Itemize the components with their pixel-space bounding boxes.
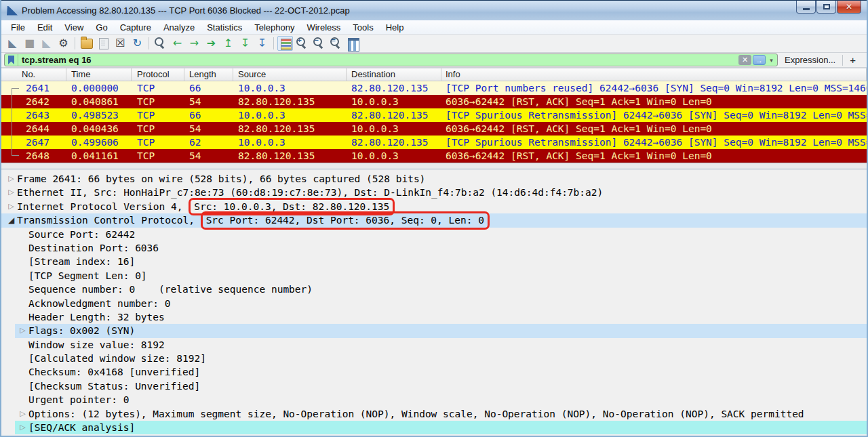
detail-tree-row[interactable]: ◢ Transmission Control Protocol, Src Por… [1,213,867,227]
column-header-source[interactable]: Source [233,68,347,81]
detail-tree-row[interactable]: [Stream index: 16] [1,255,867,268]
detail-tree-row[interactable]: ▷ Flags: 0x002 (SYN) [1,324,867,337]
expander-icon[interactable]: ▷ [17,324,28,337]
resize-columns-icon[interactable] [345,36,361,51]
detail-tree-row[interactable]: ▷ Ethernet II, Src: HonHaiPr_c7:8e:73 (6… [1,186,867,199]
open-file-folder-icon[interactable] [79,36,94,51]
detail-tree-row[interactable]: Urgent pointer: 0 [1,393,867,407]
detail-text: [SEQ/ACK analysis] [28,421,135,434]
packet-row[interactable]: 2641 0.000000 TCP 66 10.0.0.3 82.80.120.… [1,81,867,95]
clear-icon: ✕ [742,56,748,64]
packet-row[interactable]: 2643 0.498523 TCP 66 10.0.0.3 82.80.120.… [1,108,867,122]
expander-icon[interactable]: ▷ [17,407,28,421]
detail-tree-row[interactable]: Window size value: 8192 [1,338,867,352]
maximize-button[interactable] [816,1,836,14]
zoom-normal-sign: = [330,37,336,43]
detail-tree-row[interactable]: [TCP Segment Len: 0] [1,269,867,283]
go-to-bottom-icon[interactable]: ↧ [237,36,253,51]
expander-icon[interactable]: ◢ [5,213,17,227]
column-header-length[interactable]: Length [184,68,233,81]
go-back-icon[interactable]: ← [170,36,185,51]
go-to-top-icon[interactable]: ↥ [220,36,236,51]
detail-tree-row[interactable]: [Calculated window size: 8192] [1,352,867,365]
menu-statistics[interactable]: Statistics [201,21,248,34]
go-forward-icon[interactable]: → [186,36,202,51]
detail-tree-row[interactable]: ▷ [SEQ/ACK analysis] [1,421,867,434]
menu-file[interactable]: File [5,21,31,34]
expander-icon[interactable]: ▷ [5,186,17,199]
auto-scroll-icon[interactable]: ↧ [254,36,270,51]
detail-text: Frame 2641: 66 bytes on wire (528 bits),… [17,172,425,186]
detail-tree-row[interactable]: Destination Port: 6036 [1,241,867,255]
start-capture-icon[interactable]: ◣ [5,36,20,51]
detail-text: Urgent pointer: 0 [28,393,129,407]
close-file-icon[interactable]: ☒ [113,36,128,51]
detail-tree-row[interactable]: Sequence number: 0 (relative sequence nu… [1,283,867,296]
tree-indent [1,338,15,352]
detail-tree-row[interactable]: Header Length: 32 bytes [1,310,867,324]
restart-capture-icon[interactable]: ◣ [39,36,54,51]
expander-icon[interactable]: ▷ [17,421,28,434]
detail-tree-row[interactable]: [Checksum Status: Unverified] [1,379,867,393]
detail-tree-row[interactable]: Acknowledgment number: 0 [1,297,867,310]
menu-go[interactable]: Go [90,21,113,34]
detail-tree-row[interactable]: ▷ Options: (12 bytes), Maximum segment s… [1,407,867,421]
pane-splitter[interactable] [1,163,867,169]
packet-source: 82.80.120.135 [233,122,347,136]
colorize-packets-icon[interactable] [277,36,293,51]
packet-row[interactable]: 2644 0.040436 TCP 54 82.80.120.135 10.0.… [1,122,867,136]
menu-capture[interactable]: Capture [114,21,157,34]
menu-telephony[interactable]: Telephony [248,21,300,34]
packet-row[interactable]: 2647 0.499606 TCP 62 10.0.0.3 82.80.120.… [1,136,867,149]
add-filter-button[interactable]: + [843,54,863,66]
filter-clear-button[interactable]: ✕ [738,55,751,65]
menu-help[interactable]: Help [380,21,410,34]
filter-history-dropdown[interactable]: ▾ [767,55,776,65]
detail-text-prefix: Transmission Control Protocol, [17,215,201,226]
close-button[interactable]: ✕ [837,1,861,14]
column-header-info[interactable]: Info [441,68,867,81]
display-filter-field[interactable]: ✕ → ▾ [4,54,778,66]
detail-text: Transmission Control Protocol, Src Port:… [17,213,490,227]
packet-row[interactable]: 2648 0.041161 TCP 54 82.80.120.135 10.0.… [1,149,867,163]
tree-indent [1,352,15,365]
column-header-protocol[interactable]: Protocol [132,68,184,81]
detail-tree-row[interactable]: Source Port: 62442 [1,228,867,241]
menu-tools[interactable]: Tools [347,21,379,34]
reload-file-icon[interactable]: ↻ [130,36,145,51]
menu-view[interactable]: View [58,21,90,34]
packet-length: 62 [184,136,233,149]
menu-analyze[interactable]: Analyze [157,21,201,34]
packet-protocol: TCP [132,95,184,108]
menu-edit[interactable]: Edit [31,21,58,34]
expander-icon[interactable]: ▷ [5,200,17,213]
column-header-time[interactable]: Time [66,68,132,81]
find-packet-icon[interactable] [153,36,168,51]
tree-indent [1,255,15,268]
bookmark-icon [8,56,14,64]
stop-capture-icon[interactable]: ■ [22,36,37,51]
expander-icon[interactable]: ▷ [5,172,17,186]
zoom-out-icon[interactable]: − [311,36,327,51]
save-file-icon[interactable] [96,36,111,51]
go-to-packet-icon[interactable]: ➔ [203,36,219,51]
filter-bookmark-button[interactable] [5,54,18,66]
column-header-no[interactable]: No. [1,68,66,81]
packet-info: 6036→62442 [RST, ACK] Seq=1 Ack=1 Win=0 … [441,122,867,136]
detail-text: Sequence number: 0 (relative sequence nu… [28,283,313,296]
zoom-in-icon[interactable]: + [294,36,310,51]
column-header-destination[interactable]: Destination [347,68,441,81]
capture-options-gear-icon[interactable]: ⚙ [56,36,71,51]
menu-wireless[interactable]: Wireless [300,21,347,34]
red-annotation-box: Src Port: 62442, Dst Port: 6036, Seq: 0,… [201,211,490,229]
detail-tree-row[interactable]: Checksum: 0x4168 [unverified] [1,365,867,379]
packet-source: 10.0.0.3 [233,81,347,95]
packet-row[interactable]: 2642 0.040861 TCP 54 82.80.120.135 10.0.… [1,95,867,108]
detail-text: Destination Port: 6036 [28,241,159,255]
detail-tree-row[interactable]: ▷ Frame 2641: 66 bytes on wire (528 bits… [1,172,867,186]
filter-apply-button[interactable]: → [753,55,766,65]
minimize-button[interactable] [796,1,816,14]
expression-button[interactable]: Expression... [778,55,842,65]
zoom-normal-icon[interactable]: = [328,36,344,51]
display-filter-input[interactable] [18,55,738,65]
